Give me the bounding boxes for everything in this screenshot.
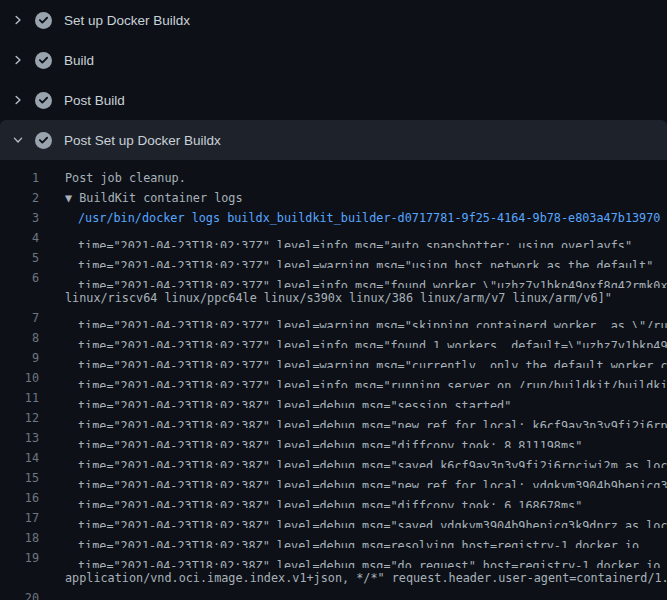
check-circle-icon [35,12,52,29]
log-line-text: time="2021-04-23T18:02:37Z" level=info m… [39,368,667,388]
log-panel: 1Post job cleanup.2▼ BuildKit container … [0,160,667,600]
log-line-text: time="2021-04-23T18:02:38Z" level=debug … [39,588,667,600]
log-line-text: time="2021-04-23T18:02:37Z" level=info m… [39,268,667,288]
chevron-right-icon[interactable] [12,94,24,106]
log-line-continuation[interactable]: linux/riscv64 linux/ppc64le linux/s390x … [0,288,667,308]
steps-list: Set up Docker BuildxBuildPost BuildPost … [0,0,667,160]
log-line-number[interactable]: 13 [0,428,39,448]
step-row-build[interactable]: Build [0,40,667,80]
check-circle-icon [35,52,52,69]
log-line-text: time="2021-04-23T18:02:37Z" level=warnin… [39,348,667,368]
log-line-number[interactable]: 11 [0,388,39,408]
log-line[interactable]: 12time="2021-04-23T18:02:38Z" level=debu… [0,408,667,428]
log-line[interactable]: 16time="2021-04-23T18:02:38Z" level=debu… [0,488,667,508]
log-line-number[interactable]: 12 [0,408,39,428]
log-line[interactable]: 5time="2021-04-23T18:02:37Z" level=warni… [0,248,667,268]
log-line-number[interactable]: 16 [0,488,39,508]
log-line[interactable]: 8time="2021-04-23T18:02:37Z" level=info … [0,328,667,348]
step-label: Build [64,53,94,68]
log-line[interactable]: 2▼ BuildKit container logs [0,188,667,208]
log-line-text: time="2021-04-23T18:02:38Z" level=debug … [39,508,667,528]
check-circle-icon [35,132,52,149]
log-line-number[interactable]: 15 [0,468,39,488]
log-line-text: time="2021-04-23T18:02:38Z" level=debug … [39,528,639,548]
log-line[interactable]: 20time="2021-04-23T18:02:38Z" level=debu… [0,588,667,600]
log-line-number[interactable]: 4 [0,228,39,248]
log-line-text: time="2021-04-23T18:02:38Z" level=debug … [39,488,582,508]
workflow-log-viewer: Set up Docker BuildxBuildPost BuildPost … [0,0,667,600]
log-line-number[interactable]: 8 [0,328,39,348]
log-line-text: time="2021-04-23T18:02:38Z" level=debug … [39,468,667,488]
log-line[interactable]: 18time="2021-04-23T18:02:38Z" level=debu… [0,528,667,548]
collapse-group-icon[interactable]: ▼ [65,191,79,205]
log-line[interactable]: 14time="2021-04-23T18:02:38Z" level=debu… [0,448,667,468]
step-row-post-build[interactable]: Post Build [0,80,667,120]
log-line-text: time="2021-04-23T18:02:38Z" level=debug … [39,428,582,448]
log-line-number [0,288,39,308]
log-line-text: ▼ BuildKit container logs [39,188,243,208]
log-line-number[interactable]: 7 [0,308,39,328]
step-label: Set up Docker Buildx [64,13,190,28]
log-line-text: time="2021-04-23T18:02:37Z" level=info m… [39,328,667,348]
log-line[interactable]: 7time="2021-04-23T18:02:37Z" level=warni… [0,308,667,328]
log-line[interactable]: 15time="2021-04-23T18:02:38Z" level=debu… [0,468,667,488]
log-line[interactable]: 6time="2021-04-23T18:02:37Z" level=info … [0,268,667,288]
log-line[interactable]: 1Post job cleanup. [0,168,667,188]
log-line-text: time="2021-04-23T18:02:38Z" level=debug … [39,388,511,408]
log-line-text: time="2021-04-23T18:02:37Z" level=warnin… [39,308,667,328]
log-line[interactable]: 11time="2021-04-23T18:02:38Z" level=debu… [0,388,667,408]
log-line-text: time="2021-04-23T18:02:38Z" level=debug … [39,448,667,468]
step-row-post-set-up-docker-buildx[interactable]: Post Set up Docker Buildx [0,120,667,160]
log-line[interactable]: 10time="2021-04-23T18:02:37Z" level=info… [0,368,667,388]
log-line-number[interactable]: 19 [0,548,39,568]
step-row-set-up-docker-buildx[interactable]: Set up Docker Buildx [0,0,667,40]
log-line-number[interactable]: 3 [0,208,39,228]
log-line-text: time="2021-04-23T18:02:37Z" level=info m… [39,228,632,248]
log-line-number[interactable]: 17 [0,508,39,528]
log-line-text: application/vnd.oci.image.index.v1+json,… [39,568,667,588]
log-line[interactable]: 13time="2021-04-23T18:02:38Z" level=debu… [0,428,667,448]
log-line-number[interactable]: 14 [0,448,39,468]
log-line-number[interactable]: 10 [0,368,39,388]
log-line[interactable]: 9time="2021-04-23T18:02:37Z" level=warni… [0,348,667,368]
step-label: Post Build [64,93,125,108]
log-line[interactable]: 17time="2021-04-23T18:02:38Z" level=debu… [0,508,667,528]
log-line[interactable]: 19time="2021-04-23T18:02:38Z" level=debu… [0,548,667,568]
log-line-text: linux/riscv64 linux/ppc64le linux/s390x … [39,288,612,308]
log-line-text: time="2021-04-23T18:02:37Z" level=warnin… [39,248,653,268]
log-line-number[interactable]: 1 [0,168,39,188]
log-line-number [0,568,39,588]
log-line-number[interactable]: 2 [0,188,39,208]
chevron-right-icon[interactable] [12,54,24,66]
log-line-number[interactable]: 6 [0,268,39,288]
log-line[interactable]: 3/usr/bin/docker logs buildx_buildkit_bu… [0,208,667,228]
log-line-continuation[interactable]: application/vnd.oci.image.index.v1+json,… [0,568,667,588]
log-line-text: Post job cleanup. [39,168,186,188]
log-line-number[interactable]: 18 [0,528,39,548]
log-line-number[interactable]: 5 [0,248,39,268]
step-label: Post Set up Docker Buildx [64,133,221,148]
log-line[interactable]: 4time="2021-04-23T18:02:37Z" level=info … [0,228,667,248]
log-line-text: time="2021-04-23T18:02:38Z" level=debug … [39,548,667,568]
log-line-text: time="2021-04-23T18:02:38Z" level=debug … [39,408,667,428]
chevron-down-icon[interactable] [12,134,24,146]
log-line-text: /usr/bin/docker logs buildx_buildkit_bui… [39,208,660,228]
chevron-right-icon[interactable] [12,14,24,26]
log-line-number[interactable]: 9 [0,348,39,368]
check-circle-icon [35,92,52,109]
log-line-number[interactable]: 20 [0,588,39,600]
